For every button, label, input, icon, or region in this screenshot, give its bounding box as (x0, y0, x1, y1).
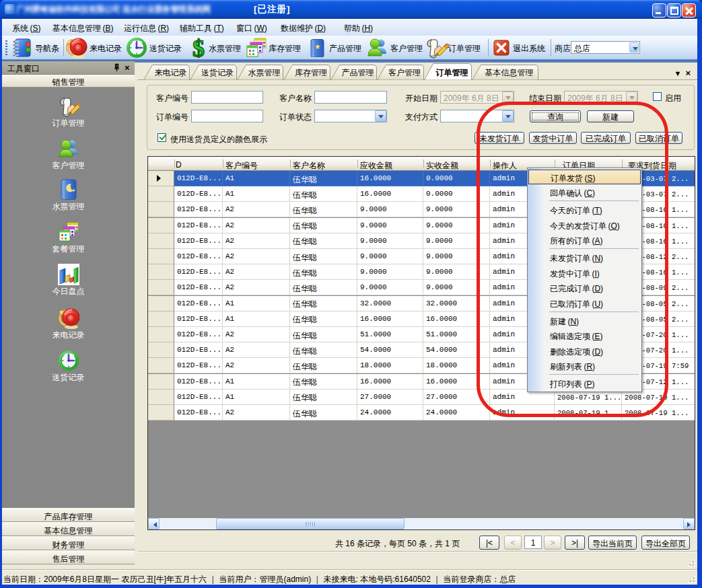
svg-text:$: $ (192, 38, 205, 58)
